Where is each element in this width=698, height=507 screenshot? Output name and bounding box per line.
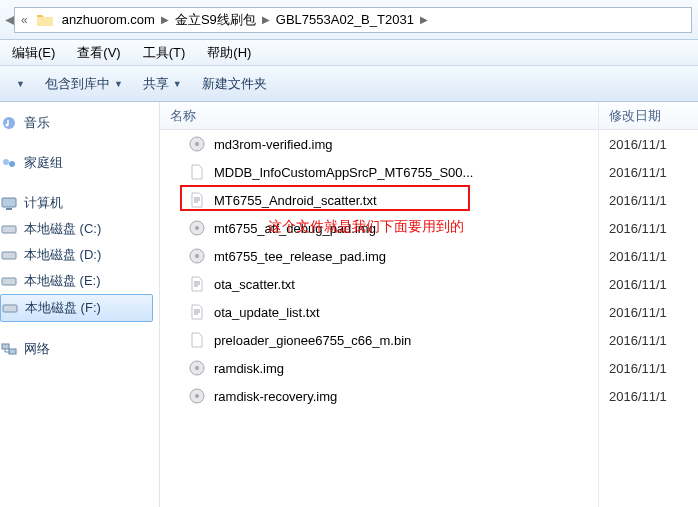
svg-point-13 [195, 142, 199, 146]
file-name: MDDB_InfoCustomAppSrcP_MT6755_S00... [214, 165, 473, 180]
svg-point-15 [195, 226, 199, 230]
img-file-icon [188, 135, 206, 153]
svg-point-2 [3, 159, 9, 165]
nav-back-button[interactable]: ◄ [6, 6, 14, 34]
toolbar-share[interactable]: 共享 ▼ [133, 71, 192, 97]
svg-rect-9 [3, 305, 17, 312]
navigation-pane: 音乐 家庭组 计算机 本地磁盘 (C:) 本地磁盘 (D:) 本地磁盘 (E:)… [0, 102, 160, 507]
file-icon [188, 331, 206, 349]
txt-file-icon [188, 191, 206, 209]
file-date: 2016/11/1 [599, 242, 698, 270]
svg-rect-8 [2, 278, 16, 285]
toolbar-dropdown[interactable]: ▼ [6, 75, 35, 93]
toolbar-include-in-library[interactable]: 包含到库中 ▼ [35, 71, 133, 97]
file-name: mt6755_atf_debug_pad.img [214, 221, 376, 236]
toolbar-new-folder[interactable]: 新建文件夹 [192, 71, 277, 97]
network-icon [0, 341, 18, 357]
img-file-icon [188, 219, 206, 237]
breadcrumb[interactable]: « anzhuorom.com ▶ 金立S9线刷包 ▶ GBL7553A02_B… [14, 7, 692, 33]
file-row[interactable]: mt6755_tee_release_pad.img [160, 242, 598, 270]
file-name: ramdisk-recovery.img [214, 389, 337, 404]
menu-help[interactable]: 帮助(H) [201, 42, 257, 64]
disk-icon [0, 273, 18, 289]
file-date: 2016/11/1 [599, 130, 698, 158]
file-row[interactable]: mt6755_atf_debug_pad.img [160, 214, 598, 242]
file-date: 2016/11/1 [599, 270, 698, 298]
file-name: mt6755_tee_release_pad.img [214, 249, 386, 264]
svg-rect-11 [9, 349, 16, 354]
column-header-date[interactable]: 修改日期 [599, 102, 698, 130]
column-header-name[interactable]: 名称 [160, 102, 598, 130]
file-name: MT6755_Android_scatter.txt [214, 193, 377, 208]
disk-icon [0, 221, 18, 237]
music-icon [0, 115, 18, 131]
file-row[interactable]: ramdisk.img [160, 354, 598, 382]
file-row[interactable]: MT6755_Android_scatter.txt [160, 186, 598, 214]
file-date: 2016/11/1 [599, 186, 698, 214]
sidebar-item-network[interactable]: 网络 [0, 336, 159, 362]
sidebar-item-computer[interactable]: 计算机 [0, 190, 159, 216]
sidebar-item-disk[interactable]: 本地磁盘 (D:) [0, 242, 159, 268]
file-row[interactable]: MDDB_InfoCustomAppSrcP_MT6755_S00... [160, 158, 598, 186]
folder-icon [36, 12, 54, 28]
svg-rect-10 [2, 344, 9, 349]
file-date: 2016/11/1 [599, 326, 698, 354]
txt-file-icon [188, 303, 206, 321]
breadcrumb-seg[interactable]: 金立S9线刷包 [171, 11, 260, 29]
file-row[interactable]: ota_scatter.txt [160, 270, 598, 298]
chevron-right-icon: ▶ [260, 14, 272, 25]
svg-point-19 [195, 366, 199, 370]
file-row[interactable]: ramdisk-recovery.img [160, 382, 598, 410]
sidebar-item-label: 本地磁盘 (C:) [24, 220, 101, 238]
chevron-left-icon[interactable]: « [17, 13, 32, 27]
menu-tools[interactable]: 工具(T) [137, 42, 192, 64]
img-file-icon [188, 247, 206, 265]
svg-rect-6 [2, 226, 16, 233]
svg-point-0 [3, 117, 15, 129]
computer-icon [0, 195, 18, 211]
sidebar-item-disk[interactable]: 本地磁盘 (E:) [0, 268, 159, 294]
sidebar-item-label: 家庭组 [24, 154, 63, 172]
menubar: 编辑(E) 查看(V) 工具(T) 帮助(H) [0, 40, 698, 66]
disk-icon [0, 247, 18, 263]
file-name: ota_update_list.txt [214, 305, 320, 320]
file-name: ramdisk.img [214, 361, 284, 376]
file-row[interactable]: md3rom-verified.img [160, 130, 598, 158]
sidebar-item-label: 音乐 [24, 114, 50, 132]
sidebar-item-homegroup[interactable]: 家庭组 [0, 150, 159, 176]
file-row[interactable]: preloader_gionee6755_c66_m.bin [160, 326, 598, 354]
chevron-down-icon: ▼ [173, 79, 182, 89]
svg-point-21 [195, 394, 199, 398]
file-date: 2016/11/1 [599, 158, 698, 186]
sidebar-item-music[interactable]: 音乐 [0, 110, 159, 136]
chevron-right-icon: ▶ [159, 14, 171, 25]
txt-file-icon [188, 275, 206, 293]
menu-edit[interactable]: 编辑(E) [6, 42, 61, 64]
file-name: ota_scatter.txt [214, 277, 295, 292]
img-file-icon [188, 387, 206, 405]
svg-rect-5 [6, 208, 12, 210]
sidebar-item-label: 本地磁盘 (F:) [25, 299, 101, 317]
menu-view[interactable]: 查看(V) [71, 42, 126, 64]
sidebar-item-label: 网络 [24, 340, 50, 358]
svg-point-3 [9, 161, 15, 167]
toolbar: ▼ 包含到库中 ▼ 共享 ▼ 新建文件夹 [0, 66, 698, 102]
toolbar-label: 包含到库中 [45, 75, 110, 93]
sidebar-item-label: 本地磁盘 (E:) [24, 272, 101, 290]
sidebar-item-disk[interactable]: 本地磁盘 (C:) [0, 216, 159, 242]
breadcrumb-seg[interactable]: GBL7553A02_B_T2031 [272, 12, 418, 27]
file-date: 2016/11/1 [599, 214, 698, 242]
chevron-down-icon: ▼ [114, 79, 123, 89]
file-row[interactable]: ota_update_list.txt [160, 298, 598, 326]
toolbar-label: 共享 [143, 75, 169, 93]
svg-rect-4 [2, 198, 16, 207]
chevron-right-icon: ▶ [418, 14, 430, 25]
file-icon [188, 163, 206, 181]
svg-rect-7 [2, 252, 16, 259]
sidebar-item-disk[interactable]: 本地磁盘 (F:) [0, 294, 153, 322]
breadcrumb-seg[interactable]: anzhuorom.com [58, 12, 159, 27]
toolbar-label: 新建文件夹 [202, 75, 267, 93]
disk-icon [1, 300, 19, 316]
sidebar-item-label: 本地磁盘 (D:) [24, 246, 101, 264]
img-file-icon [188, 359, 206, 377]
